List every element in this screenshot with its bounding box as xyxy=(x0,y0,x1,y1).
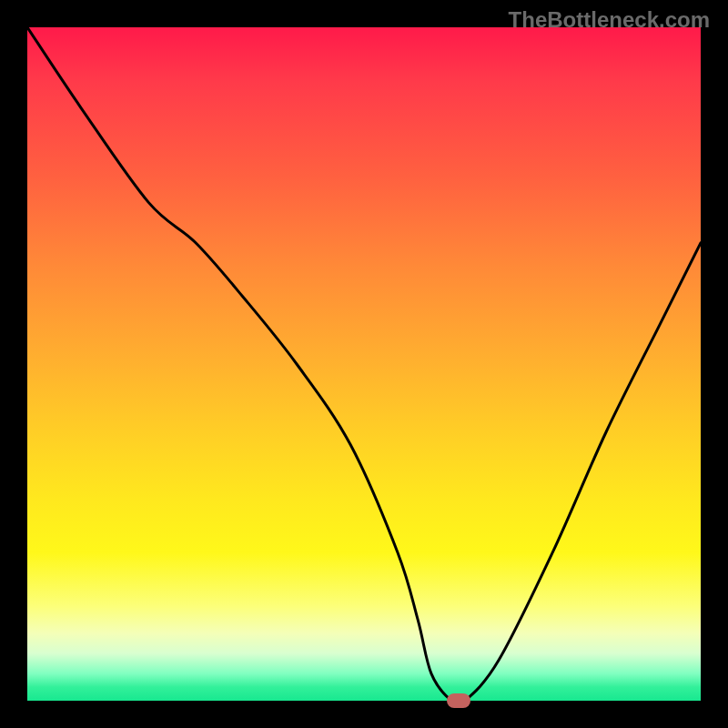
optimum-marker xyxy=(447,693,470,708)
chart-curve-layer xyxy=(27,27,701,701)
bottleneck-curve xyxy=(27,27,701,701)
watermark-text: TheBottleneck.com xyxy=(509,7,710,33)
